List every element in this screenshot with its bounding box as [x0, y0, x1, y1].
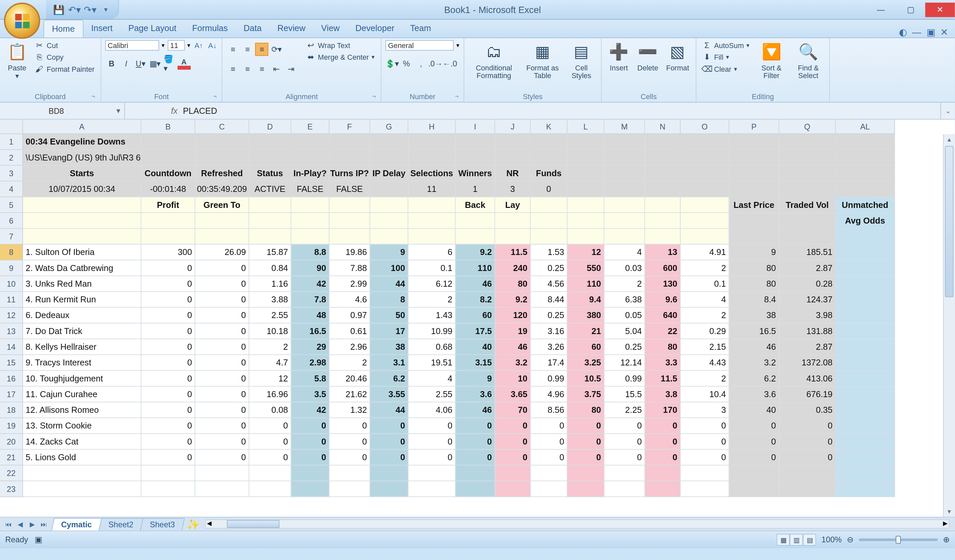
- cell[interactable]: [370, 213, 408, 228]
- cell[interactable]: [456, 134, 495, 150]
- cell[interactable]: 300: [141, 245, 196, 260]
- cell[interactable]: 8.4: [730, 292, 780, 308]
- cell[interactable]: [567, 481, 604, 497]
- cell[interactable]: [23, 229, 141, 245]
- cell[interactable]: 0: [779, 434, 836, 449]
- redo-icon[interactable]: ↷▾: [84, 4, 96, 16]
- cell[interactable]: [370, 181, 408, 197]
- cell[interactable]: FALSE: [329, 181, 370, 197]
- cell[interactable]: 42: [291, 276, 329, 292]
- row-head-15[interactable]: 15: [0, 355, 23, 371]
- cell[interactable]: 6.12: [408, 276, 456, 292]
- cell[interactable]: 4.43: [681, 355, 730, 371]
- cell[interactable]: 0: [141, 402, 196, 418]
- cell[interactable]: 0: [291, 449, 329, 465]
- cell[interactable]: 46: [495, 339, 531, 355]
- cell[interactable]: Refreshed: [195, 166, 249, 181]
- cell[interactable]: 3.5: [291, 386, 329, 402]
- cell[interactable]: 19.86: [329, 245, 370, 260]
- cell[interactable]: 3.8: [645, 386, 681, 402]
- cell[interactable]: 0.61: [329, 324, 370, 339]
- cell[interactable]: 38: [730, 308, 780, 324]
- col-head-M[interactable]: M: [604, 120, 645, 134]
- col-head-J[interactable]: J: [495, 120, 531, 134]
- spreadsheet-grid[interactable]: ABCDEFGHIJKLMNOPQAL 12345678910111213141…: [0, 120, 955, 517]
- delete-button[interactable]: ➖Delete: [634, 40, 661, 73]
- cell[interactable]: 0.97: [329, 308, 370, 324]
- cell[interactable]: 2. Wats Da Catbrewing: [23, 260, 141, 276]
- cell[interactable]: 0.1: [681, 276, 730, 292]
- cell[interactable]: [836, 134, 895, 150]
- cell[interactable]: [329, 481, 370, 497]
- cell[interactable]: [329, 150, 370, 166]
- cell[interactable]: [291, 466, 329, 481]
- save-icon[interactable]: 💾: [53, 4, 64, 16]
- cell[interactable]: [779, 134, 836, 150]
- cell[interactable]: [567, 181, 604, 197]
- cell[interactable]: 0: [567, 418, 604, 434]
- cell[interactable]: [567, 134, 604, 150]
- cell[interactable]: 0: [195, 371, 249, 386]
- cell[interactable]: [567, 213, 604, 228]
- office-button[interactable]: [4, 3, 40, 39]
- cell[interactable]: 19.51: [408, 355, 456, 371]
- cell[interactable]: 4.7: [249, 355, 291, 371]
- cell[interactable]: 80: [567, 402, 604, 418]
- cell[interactable]: 0: [195, 260, 249, 276]
- row-head-20[interactable]: 20: [0, 434, 23, 449]
- cell[interactable]: 8.8: [291, 245, 329, 260]
- cell[interactable]: [456, 150, 495, 166]
- cell[interactable]: 0: [408, 449, 456, 465]
- cell[interactable]: 130: [645, 276, 681, 292]
- cell[interactable]: [456, 213, 495, 228]
- cell[interactable]: 5.8: [291, 371, 329, 386]
- cell[interactable]: 15.87: [249, 245, 291, 260]
- fill-button[interactable]: ⬇Fill▾: [700, 52, 752, 63]
- cell[interactable]: 2.87: [779, 339, 836, 355]
- cell[interactable]: 19: [495, 324, 531, 339]
- cell[interactable]: 3.6: [456, 386, 495, 402]
- cell[interactable]: 1.53: [531, 245, 567, 260]
- cell[interactable]: 0.08: [249, 402, 291, 418]
- cell[interactable]: Green To: [195, 197, 249, 213]
- cell[interactable]: 0: [370, 418, 408, 434]
- cell[interactable]: 0: [249, 418, 291, 434]
- cell[interactable]: [836, 229, 895, 245]
- horizontal-scrollbar[interactable]: ◀ ▶: [205, 519, 949, 529]
- cell[interactable]: 413.06: [779, 371, 836, 386]
- cell[interactable]: 3.1: [370, 355, 408, 371]
- row-head-16[interactable]: 16: [0, 371, 23, 386]
- cell[interactable]: 2: [681, 371, 730, 386]
- cell[interactable]: [249, 134, 291, 150]
- inc-decimal-icon[interactable]: .0→: [429, 57, 442, 70]
- cell[interactable]: 10: [495, 371, 531, 386]
- cell[interactable]: 0: [141, 449, 196, 465]
- row-head-11[interactable]: 11: [0, 292, 23, 308]
- cell[interactable]: [141, 481, 196, 497]
- cell[interactable]: 0: [195, 339, 249, 355]
- cell[interactable]: [249, 197, 291, 213]
- cell[interactable]: [836, 402, 895, 418]
- col-head-I[interactable]: I: [456, 120, 495, 134]
- cell[interactable]: 4.91: [681, 245, 730, 260]
- cell[interactable]: [836, 276, 895, 292]
- cell[interactable]: [779, 181, 836, 197]
- cell[interactable]: 40: [456, 339, 495, 355]
- cell[interactable]: 0: [779, 449, 836, 465]
- cell[interactable]: 0: [730, 449, 780, 465]
- cell[interactable]: [836, 434, 895, 449]
- row-head-10[interactable]: 10: [0, 276, 23, 292]
- cell[interactable]: 2: [329, 355, 370, 371]
- zoom-level[interactable]: 100%: [822, 535, 842, 544]
- row-head-12[interactable]: 12: [0, 308, 23, 324]
- cell[interactable]: 3.3: [645, 355, 681, 371]
- cell[interactable]: [329, 213, 370, 228]
- cell[interactable]: 0: [495, 434, 531, 449]
- macro-record-icon[interactable]: ▣: [35, 535, 42, 544]
- cell[interactable]: [141, 466, 196, 481]
- cell[interactable]: 170: [645, 402, 681, 418]
- new-sheet-icon[interactable]: ✨: [186, 518, 200, 530]
- cell[interactable]: 0: [779, 418, 836, 434]
- cell[interactable]: 9.2: [456, 245, 495, 260]
- col-head-N[interactable]: N: [645, 120, 681, 134]
